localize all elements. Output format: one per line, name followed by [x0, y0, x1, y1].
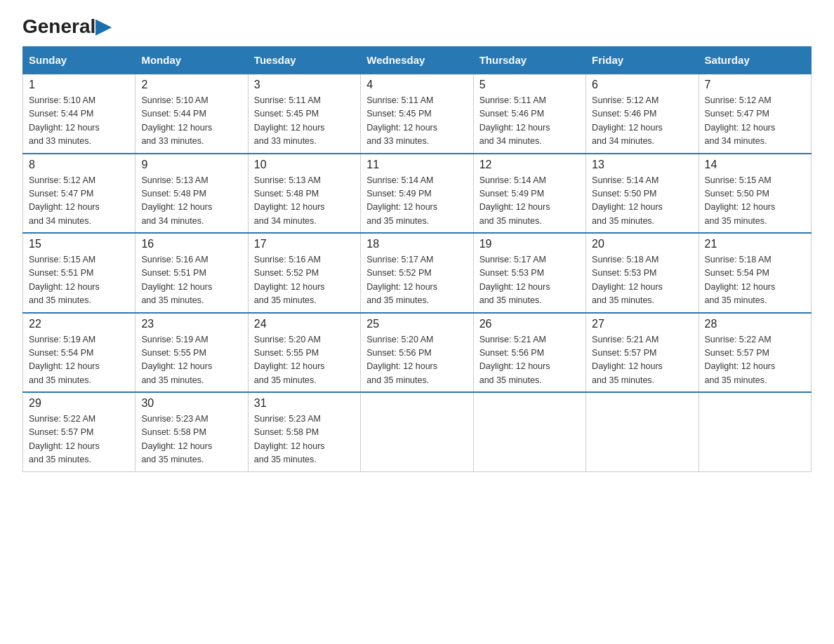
day-info: Sunrise: 5:18 AMSunset: 5:54 PMDaylight:… [705, 253, 805, 308]
calendar-cell: 17Sunrise: 5:16 AMSunset: 5:52 PMDayligh… [248, 233, 360, 313]
day-number: 20 [592, 238, 692, 250]
day-info: Sunrise: 5:17 AMSunset: 5:53 PMDaylight:… [479, 253, 580, 308]
day-number: 16 [141, 238, 241, 250]
day-number: 23 [141, 318, 241, 330]
day-number: 31 [254, 397, 355, 410]
day-number: 24 [254, 318, 355, 330]
day-number: 18 [366, 238, 467, 250]
calendar-cell: 8Sunrise: 5:12 AMSunset: 5:47 PMDaylight… [23, 154, 135, 234]
calendar-week-1: 1Sunrise: 5:10 AMSunset: 5:44 PMDaylight… [23, 74, 812, 154]
day-number: 26 [479, 318, 580, 330]
calendar-cell [699, 392, 811, 471]
calendar-cell: 4Sunrise: 5:11 AMSunset: 5:45 PMDaylight… [361, 74, 473, 154]
calendar-cell: 26Sunrise: 5:21 AMSunset: 5:56 PMDayligh… [473, 313, 585, 393]
day-number: 4 [366, 79, 467, 91]
day-number: 13 [592, 159, 692, 171]
day-number: 17 [254, 238, 355, 250]
day-info: Sunrise: 5:12 AMSunset: 5:47 PMDaylight:… [29, 174, 129, 229]
calendar-week-5: 29Sunrise: 5:22 AMSunset: 5:57 PMDayligh… [23, 392, 812, 471]
calendar-header-monday: Monday [135, 47, 248, 74]
page-header: General▶ [22, 17, 812, 34]
day-number: 3 [254, 79, 355, 91]
logo-general-text: General▶ [22, 17, 111, 36]
calendar-cell: 20Sunrise: 5:18 AMSunset: 5:53 PMDayligh… [586, 233, 699, 313]
calendar-cell: 14Sunrise: 5:15 AMSunset: 5:50 PMDayligh… [699, 154, 811, 234]
calendar-cell: 29Sunrise: 5:22 AMSunset: 5:57 PMDayligh… [23, 392, 135, 471]
calendar-cell [586, 392, 699, 471]
day-info: Sunrise: 5:20 AMSunset: 5:56 PMDaylight:… [366, 333, 467, 388]
calendar-cell: 23Sunrise: 5:19 AMSunset: 5:55 PMDayligh… [135, 313, 248, 393]
calendar-cell: 12Sunrise: 5:14 AMSunset: 5:49 PMDayligh… [473, 154, 585, 234]
calendar-cell: 13Sunrise: 5:14 AMSunset: 5:50 PMDayligh… [586, 154, 699, 234]
calendar-header-row: SundayMondayTuesdayWednesdayThursdayFrid… [23, 47, 812, 74]
calendar-cell: 3Sunrise: 5:11 AMSunset: 5:45 PMDaylight… [248, 74, 360, 154]
day-number: 10 [254, 159, 355, 171]
day-number: 1 [29, 79, 129, 91]
day-number: 5 [479, 79, 580, 91]
calendar-cell: 31Sunrise: 5:23 AMSunset: 5:58 PMDayligh… [248, 392, 360, 471]
day-info: Sunrise: 5:19 AMSunset: 5:55 PMDaylight:… [141, 333, 241, 388]
calendar-header-sunday: Sunday [23, 47, 135, 74]
day-number: 19 [479, 238, 580, 250]
day-info: Sunrise: 5:21 AMSunset: 5:57 PMDaylight:… [592, 333, 692, 388]
day-number: 2 [141, 79, 241, 91]
calendar-table: SundayMondayTuesdayWednesdayThursdayFrid… [22, 46, 812, 472]
day-info: Sunrise: 5:11 AMSunset: 5:46 PMDaylight:… [479, 94, 580, 149]
day-info: Sunrise: 5:14 AMSunset: 5:49 PMDaylight:… [479, 174, 580, 229]
day-info: Sunrise: 5:19 AMSunset: 5:54 PMDaylight:… [29, 333, 129, 388]
calendar-header-saturday: Saturday [699, 47, 811, 74]
calendar-cell: 15Sunrise: 5:15 AMSunset: 5:51 PMDayligh… [23, 233, 135, 313]
day-info: Sunrise: 5:11 AMSunset: 5:45 PMDaylight:… [366, 94, 467, 149]
day-number: 12 [479, 159, 580, 171]
day-info: Sunrise: 5:22 AMSunset: 5:57 PMDaylight:… [705, 333, 805, 388]
day-info: Sunrise: 5:14 AMSunset: 5:50 PMDaylight:… [592, 174, 692, 229]
day-number: 28 [705, 318, 805, 330]
calendar-header-wednesday: Wednesday [361, 47, 473, 74]
day-number: 11 [366, 159, 467, 171]
calendar-cell: 16Sunrise: 5:16 AMSunset: 5:51 PMDayligh… [135, 233, 248, 313]
calendar-cell: 30Sunrise: 5:23 AMSunset: 5:58 PMDayligh… [135, 392, 248, 471]
calendar-cell [361, 392, 473, 471]
calendar-cell: 19Sunrise: 5:17 AMSunset: 5:53 PMDayligh… [473, 233, 585, 313]
day-info: Sunrise: 5:13 AMSunset: 5:48 PMDaylight:… [141, 174, 241, 229]
calendar-cell: 28Sunrise: 5:22 AMSunset: 5:57 PMDayligh… [699, 313, 811, 393]
day-number: 15 [29, 238, 129, 250]
calendar-week-4: 22Sunrise: 5:19 AMSunset: 5:54 PMDayligh… [23, 313, 812, 393]
calendar-cell: 11Sunrise: 5:14 AMSunset: 5:49 PMDayligh… [361, 154, 473, 234]
calendar-cell: 7Sunrise: 5:12 AMSunset: 5:47 PMDaylight… [699, 74, 811, 154]
day-info: Sunrise: 5:23 AMSunset: 5:58 PMDaylight:… [141, 412, 241, 467]
calendar-cell: 5Sunrise: 5:11 AMSunset: 5:46 PMDaylight… [473, 74, 585, 154]
day-number: 6 [592, 79, 692, 91]
calendar-cell: 10Sunrise: 5:13 AMSunset: 5:48 PMDayligh… [248, 154, 360, 234]
day-number: 8 [29, 159, 129, 171]
calendar-cell: 27Sunrise: 5:21 AMSunset: 5:57 PMDayligh… [586, 313, 699, 393]
calendar-cell: 22Sunrise: 5:19 AMSunset: 5:54 PMDayligh… [23, 313, 135, 393]
day-info: Sunrise: 5:12 AMSunset: 5:46 PMDaylight:… [592, 94, 692, 149]
day-info: Sunrise: 5:22 AMSunset: 5:57 PMDaylight:… [29, 412, 129, 467]
calendar-cell: 21Sunrise: 5:18 AMSunset: 5:54 PMDayligh… [699, 233, 811, 313]
calendar-week-3: 15Sunrise: 5:15 AMSunset: 5:51 PMDayligh… [23, 233, 812, 313]
day-info: Sunrise: 5:15 AMSunset: 5:51 PMDaylight:… [29, 253, 129, 308]
calendar-cell: 6Sunrise: 5:12 AMSunset: 5:46 PMDaylight… [586, 74, 699, 154]
day-number: 22 [29, 318, 129, 330]
day-info: Sunrise: 5:14 AMSunset: 5:49 PMDaylight:… [366, 174, 467, 229]
calendar-cell: 25Sunrise: 5:20 AMSunset: 5:56 PMDayligh… [361, 313, 473, 393]
day-info: Sunrise: 5:11 AMSunset: 5:45 PMDaylight:… [254, 94, 355, 149]
calendar-header-thursday: Thursday [473, 47, 585, 74]
day-info: Sunrise: 5:16 AMSunset: 5:51 PMDaylight:… [141, 253, 241, 308]
day-number: 30 [141, 397, 241, 410]
day-info: Sunrise: 5:12 AMSunset: 5:47 PMDaylight:… [705, 94, 805, 149]
day-number: 27 [592, 318, 692, 330]
calendar-cell: 9Sunrise: 5:13 AMSunset: 5:48 PMDaylight… [135, 154, 248, 234]
day-number: 14 [705, 159, 805, 171]
calendar-week-2: 8Sunrise: 5:12 AMSunset: 5:47 PMDaylight… [23, 154, 812, 234]
calendar-cell: 18Sunrise: 5:17 AMSunset: 5:52 PMDayligh… [361, 233, 473, 313]
calendar-cell: 2Sunrise: 5:10 AMSunset: 5:44 PMDaylight… [135, 74, 248, 154]
day-info: Sunrise: 5:18 AMSunset: 5:53 PMDaylight:… [592, 253, 692, 308]
day-info: Sunrise: 5:15 AMSunset: 5:50 PMDaylight:… [705, 174, 805, 229]
day-info: Sunrise: 5:21 AMSunset: 5:56 PMDaylight:… [479, 333, 580, 388]
day-info: Sunrise: 5:23 AMSunset: 5:58 PMDaylight:… [254, 412, 355, 467]
day-info: Sunrise: 5:20 AMSunset: 5:55 PMDaylight:… [254, 333, 355, 388]
day-info: Sunrise: 5:17 AMSunset: 5:52 PMDaylight:… [366, 253, 467, 308]
day-number: 25 [366, 318, 467, 330]
